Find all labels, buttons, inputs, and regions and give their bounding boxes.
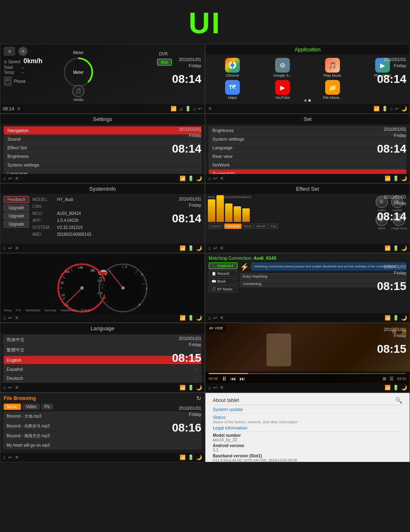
back-icon[interactable]: ↩ [8,385,12,390]
close-icon[interactable]: ✕ [208,106,212,112]
back-icon[interactable]: ↩ [213,245,217,251]
back-icon[interactable]: ↩ [213,385,217,390]
app-button[interactable]: App [157,59,172,66]
home-screen-icon[interactable]: 🖥 [4,47,15,56]
lang-german[interactable]: Deutsch □ [4,374,201,382]
app-google-settings[interactable]: ⚙ Google S... [259,58,306,78]
close-icon[interactable]: ✕ [15,385,19,390]
wifi-icon: 📶 [180,245,186,251]
upgrade-btn-3[interactable]: Upgrade [4,221,29,228]
lang-spanish[interactable]: Español □ [4,365,201,373]
moon-icon[interactable]: 🌙 [196,315,202,321]
home-icon[interactable]: ⌂ [208,176,211,181]
preset-movie[interactable]: Movie [255,224,267,229]
record-btn[interactable]: 📋 Record [209,270,237,277]
back-icon[interactable]: ↩ [213,176,217,181]
moon-icon[interactable]: 🌙 [196,385,202,390]
eq-bar-1[interactable] [208,199,215,222]
home-icon[interactable]: ⌂ [208,385,211,390]
moon-icon[interactable]: 🌙 [401,106,407,112]
system-update-link[interactable]: System update [213,407,402,412]
moon-icon[interactable]: 🌙 [401,245,407,251]
divider-2 [213,432,402,432]
home-icon[interactable]: ⌂ [208,245,211,251]
back-icon[interactable]: ↩ [8,454,12,460]
cat-pic[interactable]: Pic [41,404,54,410]
legal-title[interactable]: Legal information [213,425,402,430]
moon-icon[interactable]: 🌙 [196,245,202,251]
about-search-icon[interactable]: 🔍 [395,397,402,404]
moon-icon[interactable]: 🌙 [401,385,407,390]
app-play-music[interactable]: 🎵 Play Music [309,58,356,78]
close-icon[interactable]: ✕ [15,245,19,251]
refresh-icon[interactable]: ↻ [196,395,201,402]
back-nav-icon[interactable]: ↩ [395,106,399,112]
home-icon[interactable]: ⌂ [3,245,6,251]
back-icon[interactable]: ↩ [8,245,12,251]
home-settings-icon[interactable]: ⚙ [18,47,27,56]
safety-label: SafetyBelt [25,308,40,312]
preset-custom[interactable]: Custom [208,224,223,229]
bt-bottom-bar: ⌂ ↩ ✕ 📶 🔋 🌙 [205,313,410,322]
feedback-btn[interactable]: Feedback [4,196,29,203]
eq-bar-4[interactable] [234,206,241,222]
moon-icon[interactable]: 🌙 [401,176,407,181]
back-icon[interactable]: ↩ [8,176,12,181]
eq-bar-3[interactable] [225,203,232,222]
speed-value: 0km/h [23,57,42,64]
settings-system[interactable]: System settings [4,161,201,169]
close-icon[interactable]: ✕ [220,385,224,390]
video-progress-track[interactable] [209,373,406,374]
close-icon[interactable]: ✕ [15,315,19,321]
close-icon[interactable]: ✕ [15,454,19,460]
close-icon[interactable]: ✕ [220,245,224,251]
prev-btn[interactable]: ⏮ [230,375,236,382]
home-nav-icon[interactable]: ⌂ [390,106,393,112]
home-icon[interactable]: ⌂ [3,315,6,321]
panel-application: Application Chrome ⚙ Google S... 🎵 Play … [205,44,410,114]
eq-bar-5[interactable] [242,208,250,222]
upgrade-btn-1[interactable]: Upgrade [4,204,29,211]
close-icon[interactable]: ✕ [220,176,224,181]
close-icon[interactable]: ✕ [17,106,21,112]
close-icon[interactable]: ✕ [220,315,224,321]
file-item-4[interactable]: My heart will go on.mp3 [4,441,201,449]
moon-icon[interactable]: 🌙 [401,315,407,321]
preset-pop[interactable]: Pop [268,224,278,229]
back-icon[interactable]: ↩ [213,315,217,321]
keyboard-btn[interactable]: 📞 Keyboard [209,263,237,269]
home-nav-icon[interactable]: ⌂ [193,106,196,112]
app-chrome[interactable]: Chrome [209,58,256,78]
back-nav-icon[interactable]: ↩ [198,106,202,112]
phone-icon[interactable]: 📱 [4,76,12,86]
set-network[interactable]: NetWork [209,161,406,169]
bt-music-btn[interactable]: 🎵 BT Music [209,286,237,292]
home-icon[interactable]: ⌂ [3,176,6,181]
moon-icon[interactable]: 🌙 [196,176,202,181]
battery-icon: 🔋 [393,315,399,321]
upgrade-btn-2[interactable]: Upgrade [4,212,29,219]
panel-settings: Settings Navigation Sound Effect Set Bri… [0,114,205,183]
preset-rock[interactable]: Rock [242,224,254,229]
back-icon[interactable]: ↩ [8,315,12,321]
cat-music[interactable]: Music [4,404,21,410]
app-youtube[interactable]: ▶ YouTube [259,80,306,100]
close-icon[interactable]: ✕ [15,176,19,181]
home-icon[interactable]: ⌂ [3,454,6,460]
home-icon[interactable]: ⌂ [3,385,6,390]
handbrake-label: HandBrake [60,308,77,312]
app-file-manager[interactable]: 📁 File Mana... [309,80,356,100]
book-btn[interactable]: 📖 Book [209,278,237,285]
media-icon[interactable]: 🎵 [72,85,84,97]
preset-classical[interactable]: Classical [224,224,241,229]
playlist-btn[interactable]: ☰ [390,376,394,381]
next-btn[interactable]: ⏭ [239,375,245,382]
moon-icon[interactable]: 🌙 [196,454,202,460]
eq-bar-2[interactable] [216,195,224,222]
status-title[interactable]: Status [213,415,402,420]
play-pause-btn[interactable]: ⏸ [221,375,227,382]
subtitle-btn[interactable]: ⊞ [383,376,386,381]
app-maps[interactable]: 🗺 Maps [209,80,256,100]
cat-video[interactable]: Video [23,404,39,410]
home-icon[interactable]: ⌂ [208,315,211,321]
